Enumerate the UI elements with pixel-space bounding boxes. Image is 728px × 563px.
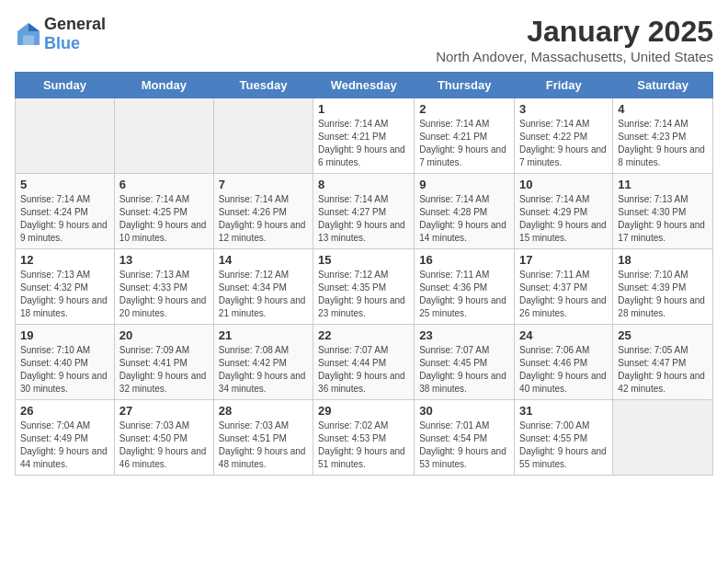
day-header-saturday: Saturday <box>613 73 713 98</box>
page-header: General Blue January 2025 North Andover,… <box>15 15 713 64</box>
calendar-cell: 18Sunrise: 7:10 AM Sunset: 4:39 PM Dayli… <box>613 249 713 325</box>
day-number: 27 <box>119 404 209 418</box>
calendar-cell: 20Sunrise: 7:09 AM Sunset: 4:41 PM Dayli… <box>114 325 213 400</box>
day-number: 20 <box>119 328 209 342</box>
calendar-cell: 16Sunrise: 7:11 AM Sunset: 4:36 PM Dayli… <box>415 249 515 325</box>
calendar-cell: 17Sunrise: 7:11 AM Sunset: 4:37 PM Dayli… <box>515 249 613 325</box>
day-info: Sunrise: 7:02 AM Sunset: 4:53 PM Dayligh… <box>318 419 409 471</box>
calendar-cell: 12Sunrise: 7:13 AM Sunset: 4:32 PM Dayli… <box>16 249 115 325</box>
day-number: 10 <box>519 178 608 191</box>
calendar-week-row: 12Sunrise: 7:13 AM Sunset: 4:32 PM Dayli… <box>16 249 713 325</box>
calendar-table: SundayMondayTuesdayWednesdayThursdayFrid… <box>15 72 713 476</box>
day-info: Sunrise: 7:12 AM Sunset: 4:35 PM Dayligh… <box>318 269 409 320</box>
day-header-tuesday: Tuesday <box>213 73 313 98</box>
calendar-cell: 19Sunrise: 7:10 AM Sunset: 4:40 PM Dayli… <box>16 325 115 400</box>
day-number: 15 <box>318 253 409 267</box>
day-info: Sunrise: 7:10 AM Sunset: 4:39 PM Dayligh… <box>618 269 708 320</box>
calendar-cell: 8Sunrise: 7:14 AM Sunset: 4:27 PM Daylig… <box>313 174 415 249</box>
calendar-cell: 4Sunrise: 7:14 AM Sunset: 4:23 PM Daylig… <box>613 98 713 174</box>
svg-marker-1 <box>28 23 40 31</box>
day-number: 25 <box>618 328 708 342</box>
day-number: 5 <box>20 178 109 191</box>
logo: General Blue <box>15 15 106 53</box>
day-info: Sunrise: 7:11 AM Sunset: 4:36 PM Dayligh… <box>419 269 509 320</box>
logo-icon <box>15 20 42 48</box>
day-info: Sunrise: 7:13 AM Sunset: 4:33 PM Dayligh… <box>119 269 209 320</box>
day-number: 1 <box>318 102 409 116</box>
day-info: Sunrise: 7:14 AM Sunset: 4:21 PM Dayligh… <box>318 118 409 169</box>
logo-blue-text: Blue <box>44 34 80 52</box>
day-info: Sunrise: 7:03 AM Sunset: 4:51 PM Dayligh… <box>219 419 308 471</box>
calendar-cell: 31Sunrise: 7:00 AM Sunset: 4:55 PM Dayli… <box>515 400 613 476</box>
calendar-cell: 26Sunrise: 7:04 AM Sunset: 4:49 PM Dayli… <box>16 400 115 476</box>
day-info: Sunrise: 7:08 AM Sunset: 4:42 PM Dayligh… <box>219 344 308 396</box>
calendar-cell <box>16 98 115 174</box>
calendar-cell <box>114 98 213 174</box>
calendar-cell: 13Sunrise: 7:13 AM Sunset: 4:33 PM Dayli… <box>114 249 213 325</box>
calendar-week-row: 19Sunrise: 7:10 AM Sunset: 4:40 PM Dayli… <box>16 325 713 400</box>
day-number: 26 <box>20 404 109 418</box>
day-number: 22 <box>318 328 409 342</box>
location-title: North Andover, Massachusetts, United Sta… <box>436 49 713 64</box>
day-info: Sunrise: 7:05 AM Sunset: 4:47 PM Dayligh… <box>618 344 708 396</box>
day-info: Sunrise: 7:14 AM Sunset: 4:24 PM Dayligh… <box>20 193 109 245</box>
day-info: Sunrise: 7:13 AM Sunset: 4:32 PM Dayligh… <box>20 269 109 320</box>
day-number: 14 <box>219 253 308 267</box>
day-info: Sunrise: 7:13 AM Sunset: 4:30 PM Dayligh… <box>618 193 708 245</box>
calendar-cell: 10Sunrise: 7:14 AM Sunset: 4:29 PM Dayli… <box>515 174 613 249</box>
month-title: January 2025 <box>436 15 713 49</box>
day-info: Sunrise: 7:07 AM Sunset: 4:44 PM Dayligh… <box>318 344 409 396</box>
day-number: 16 <box>419 253 509 267</box>
day-number: 31 <box>519 404 608 418</box>
calendar-cell: 2Sunrise: 7:14 AM Sunset: 4:21 PM Daylig… <box>415 98 515 174</box>
day-info: Sunrise: 7:11 AM Sunset: 4:37 PM Dayligh… <box>519 269 608 320</box>
calendar-cell <box>613 400 713 476</box>
day-info: Sunrise: 7:06 AM Sunset: 4:46 PM Dayligh… <box>519 344 608 396</box>
calendar-cell: 5Sunrise: 7:14 AM Sunset: 4:24 PM Daylig… <box>16 174 115 249</box>
day-number: 21 <box>219 328 308 342</box>
day-info: Sunrise: 7:10 AM Sunset: 4:40 PM Dayligh… <box>20 344 109 396</box>
day-number: 18 <box>618 253 708 267</box>
day-info: Sunrise: 7:14 AM Sunset: 4:29 PM Dayligh… <box>519 193 608 245</box>
calendar-cell: 9Sunrise: 7:14 AM Sunset: 4:28 PM Daylig… <box>415 174 515 249</box>
day-number: 3 <box>519 102 608 116</box>
day-number: 6 <box>119 178 209 191</box>
calendar-cell: 11Sunrise: 7:13 AM Sunset: 4:30 PM Dayli… <box>613 174 713 249</box>
calendar-cell: 7Sunrise: 7:14 AM Sunset: 4:26 PM Daylig… <box>213 174 313 249</box>
day-header-wednesday: Wednesday <box>313 73 415 98</box>
day-number: 28 <box>219 404 308 418</box>
day-number: 4 <box>618 102 708 116</box>
day-info: Sunrise: 7:14 AM Sunset: 4:27 PM Dayligh… <box>318 193 409 245</box>
day-number: 8 <box>318 178 409 191</box>
day-number: 9 <box>419 178 509 191</box>
day-info: Sunrise: 7:01 AM Sunset: 4:54 PM Dayligh… <box>419 419 509 471</box>
calendar-week-row: 26Sunrise: 7:04 AM Sunset: 4:49 PM Dayli… <box>16 400 713 476</box>
svg-rect-2 <box>23 36 34 46</box>
day-info: Sunrise: 7:14 AM Sunset: 4:23 PM Dayligh… <box>618 118 708 169</box>
calendar-cell: 24Sunrise: 7:06 AM Sunset: 4:46 PM Dayli… <box>515 325 613 400</box>
day-info: Sunrise: 7:03 AM Sunset: 4:50 PM Dayligh… <box>119 419 209 471</box>
day-number: 23 <box>419 328 509 342</box>
day-number: 11 <box>618 178 708 191</box>
day-number: 30 <box>419 404 509 418</box>
calendar-cell: 27Sunrise: 7:03 AM Sunset: 4:50 PM Dayli… <box>114 400 213 476</box>
day-info: Sunrise: 7:07 AM Sunset: 4:45 PM Dayligh… <box>419 344 509 396</box>
calendar-cell: 6Sunrise: 7:14 AM Sunset: 4:25 PM Daylig… <box>114 174 213 249</box>
calendar-cell: 1Sunrise: 7:14 AM Sunset: 4:21 PM Daylig… <box>313 98 415 174</box>
day-info: Sunrise: 7:04 AM Sunset: 4:49 PM Dayligh… <box>20 419 109 471</box>
day-info: Sunrise: 7:00 AM Sunset: 4:55 PM Dayligh… <box>519 419 608 471</box>
day-number: 12 <box>20 253 109 267</box>
day-number: 17 <box>519 253 608 267</box>
day-info: Sunrise: 7:09 AM Sunset: 4:41 PM Dayligh… <box>119 344 209 396</box>
day-number: 19 <box>20 328 109 342</box>
calendar-cell: 15Sunrise: 7:12 AM Sunset: 4:35 PM Dayli… <box>313 249 415 325</box>
calendar-week-row: 1Sunrise: 7:14 AM Sunset: 4:21 PM Daylig… <box>16 98 713 174</box>
day-info: Sunrise: 7:14 AM Sunset: 4:21 PM Dayligh… <box>419 118 509 169</box>
day-header-monday: Monday <box>114 73 213 98</box>
day-info: Sunrise: 7:14 AM Sunset: 4:22 PM Dayligh… <box>519 118 608 169</box>
day-header-thursday: Thursday <box>415 73 515 98</box>
calendar-header-row: SundayMondayTuesdayWednesdayThursdayFrid… <box>16 73 713 98</box>
day-header-friday: Friday <box>515 73 613 98</box>
day-info: Sunrise: 7:14 AM Sunset: 4:28 PM Dayligh… <box>419 193 509 245</box>
day-number: 2 <box>419 102 509 116</box>
